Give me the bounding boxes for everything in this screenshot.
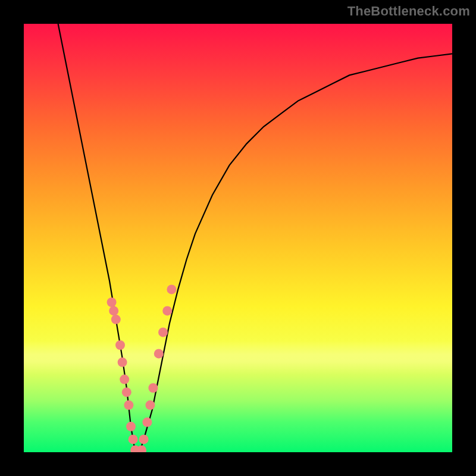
data-marker bbox=[124, 400, 133, 410]
chart-stage: TheBottleneck.com bbox=[0, 0, 476, 476]
data-marker bbox=[126, 422, 136, 431]
data-marker bbox=[109, 306, 118, 315]
data-markers bbox=[107, 284, 177, 452]
data-marker bbox=[148, 383, 158, 393]
chart-svg bbox=[24, 24, 452, 452]
data-marker bbox=[118, 358, 127, 367]
data-marker bbox=[142, 418, 152, 427]
data-marker bbox=[162, 306, 172, 315]
watermark-text: TheBottleneck.com bbox=[347, 4, 470, 19]
data-marker bbox=[139, 434, 149, 444]
bottleneck-curve bbox=[58, 24, 452, 452]
data-marker bbox=[137, 445, 146, 452]
data-marker bbox=[120, 375, 129, 384]
plot-area bbox=[24, 24, 452, 452]
data-marker bbox=[115, 340, 125, 350]
data-marker bbox=[111, 315, 121, 324]
data-marker bbox=[107, 298, 117, 307]
data-marker bbox=[154, 349, 164, 358]
data-marker bbox=[167, 284, 176, 294]
data-marker bbox=[158, 327, 168, 337]
data-marker bbox=[145, 400, 155, 410]
data-marker bbox=[122, 387, 131, 397]
data-marker bbox=[129, 434, 138, 444]
